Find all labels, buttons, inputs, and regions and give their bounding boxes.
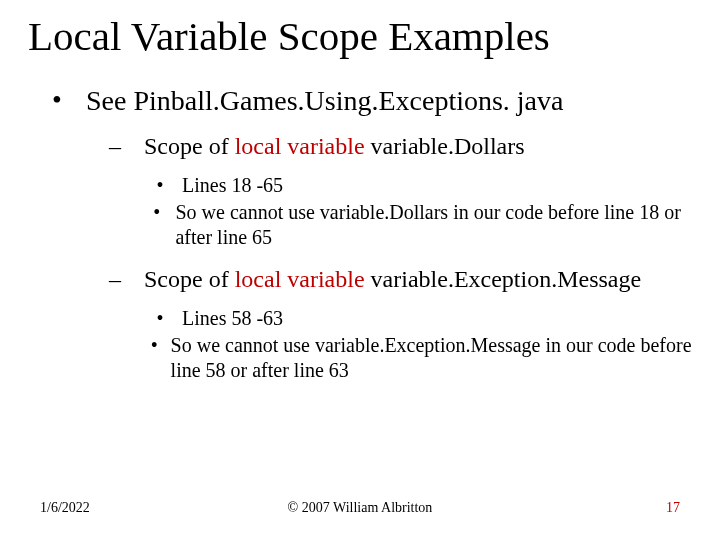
bullet-level-3-group: • Lines 58 -63 • So we cannot use variab… (138, 306, 692, 383)
bullet-level-3: • So we cannot use variable.Exception.Me… (138, 333, 692, 383)
footer: 1/6/2022 © 2007 William Albritton 17 (0, 500, 720, 516)
java-file-name: Pinball.Games.Using.Exceptions. java (133, 85, 563, 116)
scope-var-name: variable.Exception.Message (365, 266, 642, 292)
bullet-level-1: • See Pinball.Games.Using.Exceptions. ja… (28, 85, 692, 117)
scope-red: local variable (235, 133, 365, 159)
dash-icon: – (86, 264, 144, 294)
bullet-dot-icon: • (138, 173, 182, 198)
lines-text: Lines 58 -63 (182, 306, 283, 331)
bullet-level-1-text: See Pinball.Games.Using.Exceptions. java (86, 85, 563, 117)
scope-red: local variable (235, 266, 365, 292)
note-text: So we cannot use variable.Dollars in our… (175, 200, 692, 250)
footer-copyright: © 2007 William Albritton (0, 500, 720, 516)
bullet-level-2: – Scope of local variable variable.Dolla… (86, 131, 692, 161)
bullet-dot-icon: • (28, 85, 86, 117)
scope-var-name: variable.Dollars (365, 133, 525, 159)
bullet-level-3: • Lines 18 -65 (138, 173, 692, 198)
dash-icon: – (86, 131, 144, 161)
lines-text: Lines 18 -65 (182, 173, 283, 198)
see-prefix: See (86, 85, 133, 116)
scope-prefix: Scope of (144, 266, 235, 292)
bullet-dot-icon: • (138, 200, 175, 250)
bullet-dot-icon: • (138, 306, 182, 331)
bullet-level-2-text: Scope of local variable variable.Excepti… (144, 264, 641, 294)
slide: Local Variable Scope Examples • See Pinb… (0, 0, 720, 540)
bullet-level-2: – Scope of local variable variable.Excep… (86, 264, 692, 294)
note-text: So we cannot use variable.Exception.Mess… (171, 333, 692, 383)
bullet-level-3: • So we cannot use variable.Dollars in o… (138, 200, 692, 250)
bullet-level-3-group: • Lines 18 -65 • So we cannot use variab… (138, 173, 692, 250)
slide-title: Local Variable Scope Examples (28, 14, 692, 59)
bullet-level-2-text: Scope of local variable variable.Dollars (144, 131, 525, 161)
bullet-dot-icon: • (138, 333, 171, 383)
bullet-level-3: • Lines 58 -63 (138, 306, 692, 331)
scope-prefix: Scope of (144, 133, 235, 159)
